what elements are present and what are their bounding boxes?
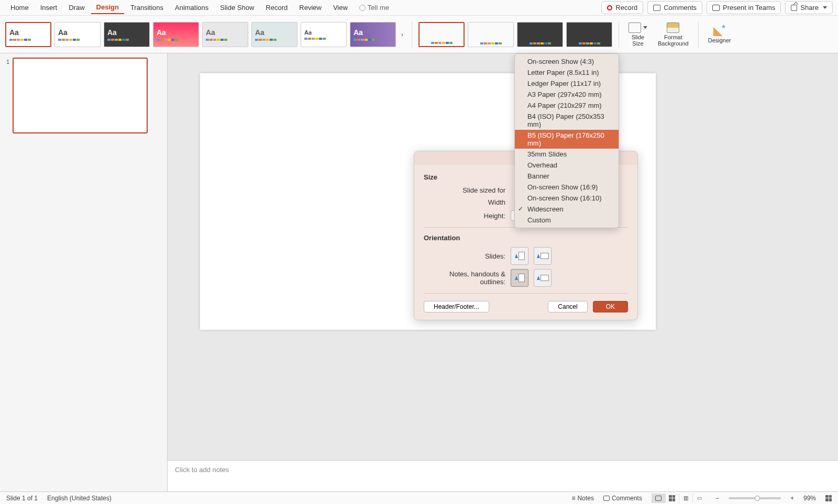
arrow-up-icon	[515, 276, 518, 280]
tell-me-label: Tell me	[368, 4, 389, 12]
zoom-slider[interactable]	[729, 497, 781, 499]
slide-size-button[interactable]: Slide Size	[625, 23, 650, 47]
share-icon	[791, 5, 797, 11]
notes-landscape-button[interactable]	[534, 269, 552, 287]
slideshow-view-button[interactable]: ▭	[692, 494, 706, 503]
theme-gallery-more[interactable]: ›	[399, 31, 405, 38]
language-status[interactable]: English (United States)	[47, 495, 112, 502]
dropdown-item-label: Banner	[527, 172, 549, 180]
theme-thumb-3[interactable]: Aa	[104, 22, 150, 47]
dropdown-item-8[interactable]: Overhead	[515, 160, 619, 171]
dropdown-item-0[interactable]: On-screen Show (4:3)	[515, 56, 619, 67]
designer-label: Designer	[708, 37, 731, 43]
dropdown-item-5[interactable]: B4 (ISO) Paper (250x353 mm)	[515, 111, 619, 130]
menu-animations[interactable]: Animations	[170, 2, 214, 14]
slide-thumbnail-panel: 1	[0, 53, 168, 491]
comments-button[interactable]: Comments	[647, 1, 702, 14]
format-background-icon	[667, 23, 679, 33]
dropdown-item-12[interactable]: ✓Widescreen	[515, 204, 619, 215]
share-button[interactable]: Share	[785, 1, 833, 14]
tell-me-search[interactable]: Tell me	[354, 4, 389, 12]
menu-draw[interactable]: Draw	[63, 2, 90, 14]
dropdown-item-label: A4 Paper (210x297 mm)	[527, 102, 602, 109]
menu-insert[interactable]: Insert	[35, 2, 63, 14]
menu-bar: Home Insert Draw Design Transitions Anim…	[0, 0, 838, 16]
dropdown-item-11[interactable]: On-screen Show (16:10)	[515, 193, 619, 204]
height-label: Height:	[424, 212, 511, 220]
page-landscape-icon	[541, 275, 549, 281]
dropdown-item-4[interactable]: A4 Paper (210x297 mm)	[515, 100, 619, 111]
dropdown-item-10[interactable]: On-screen Show (16:9)	[515, 182, 619, 193]
zoom-knob[interactable]	[755, 496, 760, 501]
header-footer-button[interactable]: Header/Footer...	[424, 301, 489, 312]
notes-pane[interactable]: Click to add notes	[168, 460, 838, 491]
slides-landscape-button[interactable]	[534, 247, 552, 265]
ribbon-separator-3	[698, 21, 699, 48]
theme-thumb-8[interactable]: Aa	[350, 22, 396, 47]
slide-thumbnail-row[interactable]: 1	[4, 58, 163, 133]
variant-thumb-3[interactable]	[517, 22, 563, 47]
present-label: Present in Teams	[723, 4, 775, 12]
dropdown-item-label: On-screen Show (4:3)	[527, 58, 594, 65]
cancel-button[interactable]: Cancel	[548, 301, 587, 312]
dropdown-item-13[interactable]: Custom	[515, 215, 619, 226]
teams-icon	[712, 5, 720, 11]
menu-record[interactable]: Record	[260, 2, 293, 14]
record-dot-icon	[607, 5, 612, 10]
slide-thumbnail-1[interactable]	[13, 58, 148, 133]
theme-thumb-7[interactable]: Aa	[301, 22, 347, 47]
zoom-level[interactable]: 99%	[803, 495, 816, 502]
arrow-up-icon	[537, 276, 540, 280]
theme-thumb-4[interactable]: Aa	[153, 22, 199, 47]
designer-icon	[713, 26, 726, 36]
dropdown-item-label: On-screen Show (16:9)	[527, 183, 598, 191]
dropdown-item-6[interactable]: B5 (ISO) Paper (176x250 mm)	[515, 130, 619, 149]
dropdown-item-label: 35mm Slides	[527, 150, 567, 158]
notes-portrait-button[interactable]	[511, 269, 528, 287]
menu-home[interactable]: Home	[5, 2, 34, 14]
menu-design[interactable]: Design	[91, 1, 124, 14]
menu-slide-show[interactable]: Slide Show	[215, 2, 259, 14]
theme-thumb-6[interactable]: Aa	[251, 22, 297, 47]
theme-thumb-5[interactable]: Aa	[202, 22, 248, 47]
menu-view[interactable]: View	[328, 2, 353, 14]
fit-icon	[825, 495, 832, 501]
normal-view-button[interactable]	[652, 494, 665, 503]
theme-thumb-1[interactable]: Aa	[5, 22, 51, 47]
comments-toggle[interactable]: Comments	[603, 495, 642, 502]
slide-status[interactable]: Slide 1 of 1	[6, 495, 38, 502]
dropdown-item-3[interactable]: A3 Paper (297x420 mm)	[515, 89, 619, 100]
dropdown-item-label: B5 (ISO) Paper (176x250 mm)	[527, 131, 604, 147]
dropdown-item-1[interactable]: Letter Paper (8.5x11 in)	[515, 67, 619, 78]
dropdown-item-label: On-screen Show (16:10)	[527, 194, 602, 202]
canvas-area: Size Slide sized for Width Height: 19.05…	[168, 53, 838, 460]
slide-size-icon	[629, 23, 641, 33]
slides-portrait-button[interactable]	[511, 247, 528, 265]
menu-review[interactable]: Review	[294, 2, 327, 14]
design-ribbon: Aa Aa Aa Aa Aa Aa Aa Aa › Slide Size For…	[0, 16, 838, 53]
variant-thumb-2[interactable]	[468, 22, 514, 47]
sorter-view-button[interactable]	[665, 494, 679, 503]
dropdown-item-2[interactable]: Ledger Paper (11x17 in)	[515, 78, 619, 89]
variant-thumb-4[interactable]	[566, 22, 612, 47]
notes-toggle[interactable]: ≡ Notes	[572, 495, 594, 502]
zoom-out-button[interactable]: −	[715, 495, 719, 502]
chevron-down-icon	[643, 26, 647, 29]
fit-to-window-button[interactable]	[825, 495, 832, 501]
present-in-teams-button[interactable]: Present in Teams	[707, 1, 781, 14]
dropdown-item-label: B4 (ISO) Paper (250x353 mm)	[527, 113, 604, 128]
theme-gallery: Aa Aa Aa Aa Aa Aa Aa Aa ›	[5, 22, 405, 47]
check-icon: ✓	[518, 205, 523, 212]
format-background-button[interactable]: Format Background	[655, 23, 692, 47]
reading-view-button[interactable]: ▥	[679, 494, 692, 503]
record-button[interactable]: Record	[601, 1, 643, 14]
dropdown-item-label: Custom	[527, 216, 551, 224]
ok-button[interactable]: OK	[593, 301, 628, 312]
dropdown-item-9[interactable]: Banner	[515, 171, 619, 182]
variant-thumb-1[interactable]	[418, 22, 465, 47]
zoom-in-button[interactable]: +	[790, 495, 794, 502]
dropdown-item-7[interactable]: 35mm Slides	[515, 149, 619, 160]
designer-button[interactable]: Designer	[705, 26, 734, 43]
menu-transitions[interactable]: Transitions	[125, 2, 169, 14]
theme-thumb-2[interactable]: Aa	[54, 22, 101, 47]
